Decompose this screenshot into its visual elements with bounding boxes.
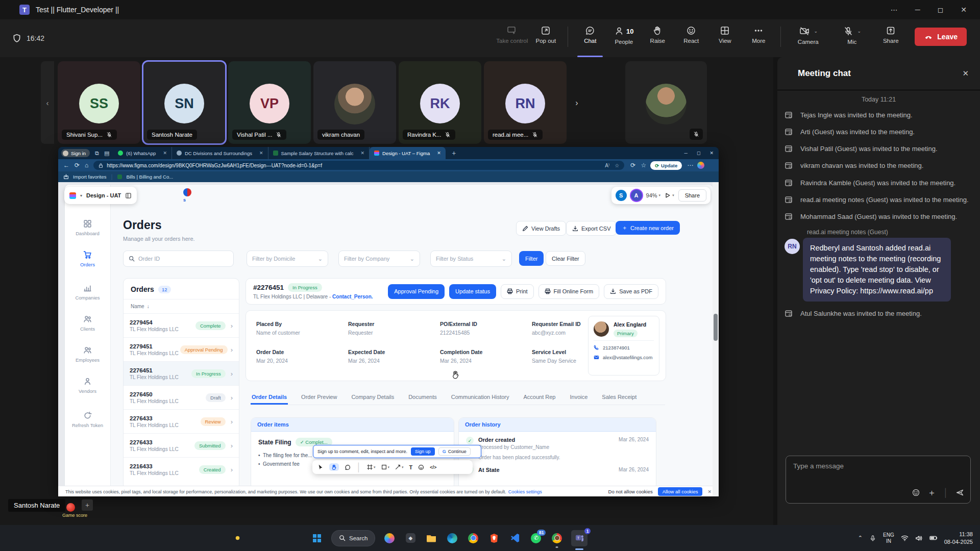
filter-button[interactable]: Filter (519, 251, 544, 266)
collaborator-avatar-s[interactable]: S (616, 190, 627, 201)
home-icon[interactable]: ⌂ (85, 162, 88, 169)
url-field[interactable]: https://www.figma.com/design/9BKQ0FOHRWa… (93, 161, 624, 170)
file-explorer-icon[interactable] (425, 532, 438, 545)
wifi-icon[interactable] (901, 535, 909, 541)
sidebar-item-clients[interactable]: Clients (65, 315, 110, 332)
battery-icon[interactable] (929, 535, 938, 541)
sidebar-item-dashboard[interactable]: Dashboard (65, 219, 110, 236)
tab-account-rep[interactable]: Account Rep (523, 391, 557, 405)
tray-expand-icon[interactable]: ⌃ (858, 535, 863, 541)
titlebar-more-icon[interactable]: ⋯ (891, 6, 898, 14)
new-tab-icon[interactable]: ＋ (451, 148, 457, 158)
signup-button[interactable]: Sign up (411, 447, 435, 456)
vscode-icon[interactable] (508, 532, 522, 545)
hand-tool-icon-active[interactable] (329, 463, 339, 471)
filter-status-dropdown[interactable]: Filter by Status⌄ (430, 251, 512, 267)
zoom-level[interactable]: 94%▾ (646, 192, 661, 198)
participant-tile-active-speaker[interactable]: SN Santosh Narate (143, 61, 226, 144)
people-button[interactable]: 10 People (607, 22, 641, 54)
share-button[interactable]: Share (874, 22, 908, 54)
browser-more-icon[interactable]: ⋯ (687, 162, 693, 169)
frame-tool-icon[interactable]: ▾ (367, 464, 376, 470)
chrome-icon[interactable] (467, 532, 480, 545)
mic-button[interactable]: ⌄ Mic (830, 22, 874, 54)
contact-person-link[interactable]: Contact_Person. (332, 294, 373, 299)
approval-pending-button[interactable]: Approval Pending (388, 284, 445, 299)
view-button[interactable]: View (708, 22, 742, 54)
tray-mic-icon[interactable] (869, 535, 876, 542)
language-indicator[interactable]: ENG IN (883, 532, 894, 544)
code-tool-icon[interactable]: </> (430, 465, 436, 470)
cursor-tool-icon[interactable] (317, 464, 324, 470)
presenter-add-tile[interactable]: ＋ (82, 499, 93, 511)
tab-order-preview[interactable]: Order Preview (300, 391, 338, 405)
extensions-icon[interactable]: ⟳ (630, 162, 635, 169)
print-button[interactable]: Print (501, 284, 534, 299)
present-button[interactable]: ▾ (665, 192, 674, 198)
participant-tile[interactable]: RK Ravindra K... (399, 61, 481, 144)
figma-share-button[interactable]: Share (678, 189, 706, 202)
participant-tile[interactable]: VP Vishal Patil ... (228, 61, 311, 144)
shape-tool-icon[interactable]: ▾ (381, 464, 390, 470)
start-button[interactable] (310, 532, 324, 545)
tab-sales-receipt[interactable]: Sales Receipt (601, 391, 638, 405)
layout-icon[interactable] (125, 192, 132, 199)
cookie-settings-link[interactable]: Cookies settings (508, 489, 542, 494)
leave-button[interactable]: Leave (915, 28, 967, 46)
filter-domicile-dropdown[interactable]: Filter by Domicile⌄ (247, 251, 328, 267)
export-csv-button[interactable]: Export CSV (566, 221, 617, 236)
chat-button[interactable]: Chat (573, 22, 607, 54)
participant-tile[interactable] (625, 61, 707, 144)
participant-tile[interactable]: RN read.ai mee... (484, 61, 567, 144)
browser-tab-whatsapp[interactable]: (6) WhatsApp✕ (113, 147, 172, 159)
google-continue-button[interactable]: GContinue (438, 447, 471, 456)
order-row[interactable]: 2276450TL Flex Holdings LLC Draft › (124, 385, 239, 409)
tab-close-icon[interactable]: ✕ (163, 151, 167, 156)
clock[interactable]: 11:38 08-04-2025 (944, 531, 973, 546)
fill-online-form-button[interactable]: Fill Online Form (538, 284, 600, 299)
taskbar-search[interactable]: Search (331, 530, 375, 546)
order-row[interactable]: 2276433TL Flex Holdings LLC Review › (124, 409, 239, 433)
sidebar-item-companies[interactable]: Companies (65, 284, 110, 300)
mic-options-chevron-icon[interactable]: ⌄ (857, 29, 862, 34)
tab-close-icon[interactable]: ✕ (361, 151, 365, 156)
sidebar-item-employees[interactable]: Employees (65, 346, 110, 363)
browser-tab-salary-sheet[interactable]: Sample Salary Structure with calc✕ (268, 147, 370, 159)
volume-icon[interactable] (915, 535, 923, 542)
attach-plus-icon[interactable]: ＋ (927, 487, 936, 498)
more-button[interactable]: More (742, 22, 775, 54)
workspaces-icon[interactable]: ⧉ (95, 150, 99, 157)
favorite-star-icon[interactable]: ☆ (615, 163, 619, 168)
sidebar-item-vendors[interactable]: Vendors (65, 377, 110, 394)
tab-invoice[interactable]: Invoice (569, 391, 589, 405)
camera-options-chevron-icon[interactable]: ⌄ (814, 29, 818, 34)
close-icon[interactable]: ✕ (961, 6, 967, 14)
browser-tab-figma-active[interactable]: Design - UAT – Figma✕ (370, 147, 446, 159)
update-status-button[interactable]: Update status (449, 284, 496, 299)
tab-company-details[interactable]: Company Details (350, 391, 395, 405)
send-icon[interactable] (955, 488, 964, 497)
clear-filter-button[interactable]: Clear Filter (546, 251, 585, 266)
collaborator-avatar-a[interactable]: A (631, 190, 642, 201)
deny-cookies-button[interactable]: Do not allow cookies (608, 489, 653, 494)
browser-maximize-icon[interactable]: ◻ (697, 151, 700, 156)
react-button[interactable]: React (674, 22, 708, 54)
tab-close-icon[interactable]: ✕ (437, 151, 441, 156)
emoji-icon[interactable] (912, 488, 920, 497)
maximize-icon[interactable]: ◻ (938, 6, 944, 14)
create-new-order-button[interactable]: ＋ Create new order (616, 221, 680, 235)
column-header-name[interactable]: Name↓ (124, 299, 239, 313)
favorites-bar-icon[interactable]: ☆ (641, 162, 646, 169)
sticker-tool-icon[interactable] (418, 464, 424, 470)
whatsapp-icon[interactable]: ✆ 81 (529, 532, 543, 545)
chat-message-input[interactable]: Type a message ＋ │ (786, 456, 971, 504)
tab-order-details[interactable]: Order Details (251, 391, 288, 405)
filter-company-dropdown[interactable]: Filter by Company⌄ (338, 251, 420, 267)
order-row-selected[interactable]: 2276451TL Flex Holdings LLC In Progress … (124, 361, 239, 385)
back-icon[interactable]: ← (63, 162, 69, 169)
weather-widget-icon[interactable] (231, 532, 244, 545)
order-row[interactable]: 2279451TL Flex Holdings LLC Approval Pen… (124, 337, 239, 361)
comment-tool-icon[interactable] (345, 464, 351, 470)
browser-profile-icon[interactable] (550, 532, 564, 545)
chat-close-icon[interactable]: ✕ (962, 69, 969, 78)
